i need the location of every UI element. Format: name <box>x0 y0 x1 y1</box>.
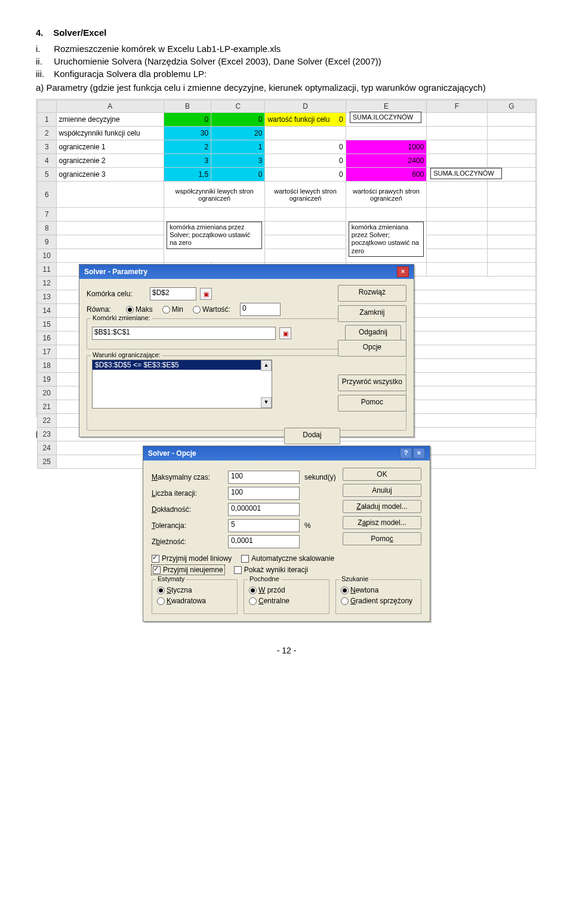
chk-liniowy[interactable]: Przyjmij model liniowy <box>152 554 232 563</box>
input-changing[interactable]: $B$1:$C$1 <box>92 327 276 340</box>
cell-F1 <box>427 113 488 127</box>
list-text-iii: Konfiguracja Solvera dla problemu LP: <box>54 69 207 79</box>
radio-centralne[interactable]: Centralne <box>249 597 324 605</box>
btn-przywroc[interactable]: Przywróć wszystko <box>338 374 406 391</box>
section-heading: 4. Solver/Excel <box>36 27 537 38</box>
cell-D1: 00wartość funkcji celu <box>265 113 346 127</box>
grp-changing-label: Komórki zmieniane: <box>91 314 152 321</box>
colhdr-A: A <box>56 100 164 113</box>
cell-D3: 0 <box>265 140 346 154</box>
radio-maks[interactable]: Maks <box>126 305 153 314</box>
list-item-ii: ii. Uruchomienie Solvera (Narzędzia Solv… <box>36 56 537 66</box>
callout-suma-top: SUMA.ILOCZYNÓW <box>350 112 421 123</box>
cell-C2: 20 <box>211 127 265 140</box>
row-8: 8 komórka zmieniana przez Solver; począt… <box>38 222 536 235</box>
refedit-icon-2[interactable]: ▣ <box>279 327 291 339</box>
rowhdr-8: 8 <box>38 222 57 235</box>
cell-A4: ograniczenie 2 <box>56 154 164 168</box>
cell-A7 <box>56 208 164 222</box>
list-text-ii: Uruchomienie Solvera (Narzędzia Solver (… <box>54 56 381 66</box>
constraint-item[interactable]: $D$3:$D$5 <= $E$3:$E$5 <box>93 360 272 370</box>
radio-wartosc[interactable]: Wartość: <box>193 305 230 314</box>
close-icon[interactable]: × <box>397 266 409 277</box>
cell-F2 <box>427 127 488 140</box>
btn-ok[interactable]: OK <box>343 468 421 481</box>
close-icon-2[interactable]: × <box>413 448 425 459</box>
scroll-down-icon[interactable]: ▼ <box>261 397 272 408</box>
cell-A2: współczynniki funkcji celu <box>56 127 164 140</box>
radio-wprzod[interactable]: W przód <box>249 586 324 594</box>
row-10: 10 <box>38 249 536 263</box>
row-2: 2 współczynniki funkcji celu 30 20 <box>38 127 536 140</box>
cell-E6: wartości prawych stron ograniczeń <box>346 182 426 208</box>
radio-gradient[interactable]: Gradient sprzężony <box>341 597 416 605</box>
note-left: komórka zmieniana przez Solver; początko… <box>167 222 262 249</box>
cell-G6 <box>487 182 535 208</box>
lbl-dokl: Dokładność: <box>152 505 223 514</box>
scroll-up-icon[interactable]: ▲ <box>261 360 272 371</box>
btn-rozwiaz[interactable]: Rozwiąż <box>338 285 406 302</box>
refedit-icon[interactable]: ▣ <box>200 288 212 300</box>
radio-kwadratowa[interactable]: Kwadratowa <box>157 597 232 605</box>
chk-skalowanie[interactable]: Automatyczne skalowanie <box>241 554 334 563</box>
btn-dodaj[interactable]: Dodaj <box>284 428 340 444</box>
grp-est-label: Estymaty <box>156 575 186 582</box>
row-5: 5 ograniczenie 3 1,5 0 0 600 SUMA.ILOCZY… <box>38 168 536 182</box>
input-tol[interactable]: 5 <box>228 519 300 532</box>
cell-D6: wartości lewych stron ograniczeń <box>265 182 346 208</box>
cell-A3: ograniczenie 1 <box>56 140 164 154</box>
list-item-iii: iii. Konfiguracja Solvera dla problemu L… <box>36 69 537 79</box>
cell-E1: SUMA.ILOCZYNÓW <box>346 113 426 127</box>
cell-F5: SUMA.ILOCZYNÓW <box>427 168 488 182</box>
list-text-i: Rozmieszczenie komórek w Excelu Lab1-LP-… <box>54 44 281 54</box>
row-9: 9 <box>38 235 536 249</box>
input-maxczas[interactable]: 100 <box>228 471 300 484</box>
input-wartosc[interactable]: 0 <box>240 303 281 316</box>
btn-opcje[interactable]: Opcje <box>338 340 406 357</box>
list-num-ii: ii. <box>36 56 51 66</box>
cell-G1 <box>487 113 535 127</box>
cell-A6 <box>56 182 164 208</box>
opt-titlebar[interactable]: Solver - Opcje ? × <box>143 446 430 461</box>
solver-parametry-dialog: Solver - Parametry × Komórka celu: $D$2 … <box>79 264 414 437</box>
rowhdr-5: 5 <box>38 168 57 182</box>
radio-newtona[interactable]: Newtona <box>341 586 416 594</box>
btn-anuluj[interactable]: Anuluj <box>343 484 421 497</box>
lbl-iter: Liczba iteracji: <box>152 489 223 498</box>
colhdr-G: G <box>487 100 535 113</box>
cell-F3 <box>427 140 488 154</box>
list-num-i: i. <box>36 44 51 54</box>
lbl-target-cell: Komórka celu: <box>87 290 146 298</box>
row-3: 3 ograniczenie 1 2 1 0 1000 <box>38 140 536 154</box>
help-icon[interactable]: ? <box>400 448 412 459</box>
input-iter[interactable]: 100 <box>228 487 300 500</box>
unit-maxczas: sekund(y) <box>304 473 336 481</box>
input-zbiez[interactable]: 0,0001 <box>228 535 300 548</box>
colhdr-B: B <box>164 100 211 113</box>
btn-pomoc-opt[interactable]: Pomoc <box>343 532 421 545</box>
btn-zamknij[interactable]: Zamknij <box>338 305 406 322</box>
radio-styczna[interactable]: Styczna <box>157 586 232 594</box>
cell-A1: zmienne decyzyjne <box>56 113 164 127</box>
constraints-listbox[interactable]: $D$3:$D$5 <= $E$3:$E$5 ▲ ▼ <box>92 360 272 409</box>
input-target-cell[interactable]: $D$2 <box>150 287 196 300</box>
dialog-title: Solver - Parametry <box>84 268 147 276</box>
chk-nieujemne[interactable]: Przyjmij nieujemne <box>152 565 224 575</box>
rowhdr-1: 1 <box>38 113 57 127</box>
solver-opcje-dialog: Solver - Opcje ? × MMaksymalny czas:aksy… <box>143 446 430 622</box>
spreadsheet-screenshot: A B C D E F G 1 zmienne decyzyjne 0 0 00… <box>36 99 537 418</box>
grp-constraints-label: Warunki ograniczające: <box>91 351 162 358</box>
corner-cell <box>38 100 57 113</box>
lbl-maxczas: MMaksymalny czas:aksymalny czas: <box>152 473 223 481</box>
colhdr-D: D <box>265 100 346 113</box>
heading-number: 4. <box>36 27 44 38</box>
btn-pomoc[interactable]: Pomoc <box>338 395 406 412</box>
row-7: 7 <box>38 208 536 222</box>
dialog-titlebar[interactable]: Solver - Parametry × <box>79 265 414 279</box>
btn-zapisz[interactable]: Zapisz model... <box>343 516 421 529</box>
radio-min[interactable]: Min <box>162 305 183 314</box>
btn-zaladuj[interactable]: Załaduj model... <box>343 500 421 513</box>
input-dokl[interactable]: 0,000001 <box>228 503 300 516</box>
chk-wyniki[interactable]: Pokaż wyniki iteracji <box>234 565 308 575</box>
rowhdr-2: 2 <box>38 127 57 140</box>
